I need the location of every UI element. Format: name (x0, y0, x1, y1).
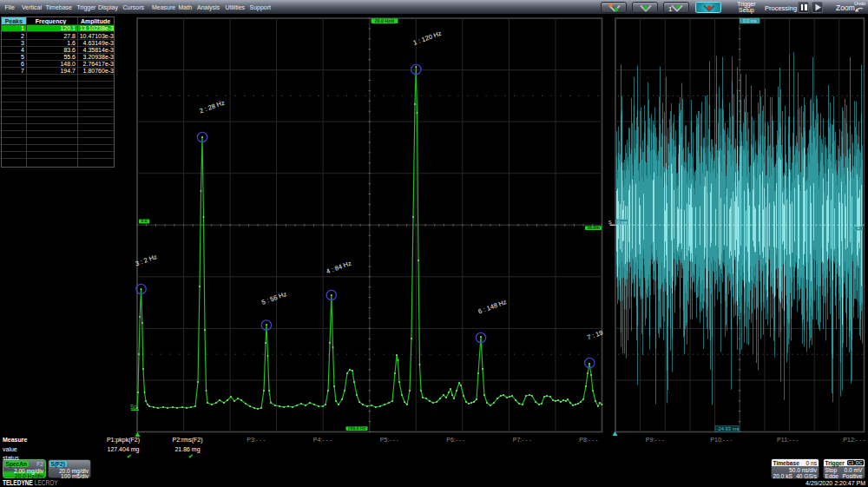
svg-text:S: S (608, 220, 612, 225)
svg-text:-24.93 ms: -24.93 ms (717, 426, 740, 431)
svg-text:0 ms: 0 ms (617, 220, 628, 225)
svg-text:0.0 ms: 0.0 ms (743, 18, 757, 23)
svg-text:20.0 Hz/d: 20.0 Hz/d (375, 18, 395, 23)
svg-text:S: S (857, 225, 860, 230)
svg-text:100.0 Hz: 100.0 Hz (348, 425, 366, 431)
svg-text:Sp: Sp (130, 404, 137, 411)
svg-text:0.0: 0.0 (141, 218, 148, 223)
svg-text:16.0m: 16.0m (587, 225, 600, 230)
